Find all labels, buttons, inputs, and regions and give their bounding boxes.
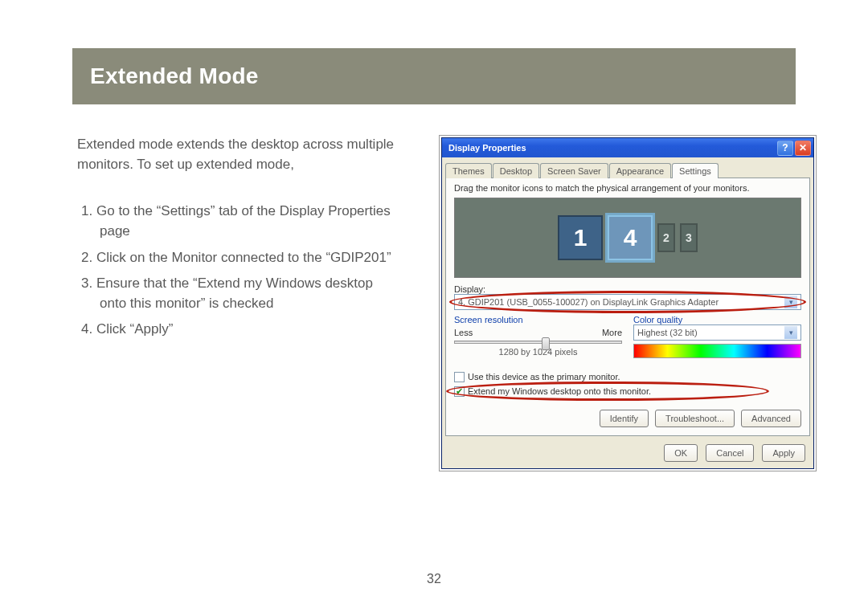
instruction-column: Extended mode extends the desktop across… bbox=[77, 135, 399, 346]
titlebar: Display Properties ? ✕ bbox=[442, 138, 813, 157]
display-select[interactable]: 4. GDIP201 (USB_0055-100027) on DisplayL… bbox=[454, 294, 801, 310]
display-select-value: 4. GDIP201 (USB_0055-100027) on DisplayL… bbox=[458, 297, 719, 307]
settings-panel: Drag the monitor icons to match the phys… bbox=[445, 178, 810, 436]
apply-button[interactable]: Apply bbox=[762, 444, 805, 462]
drag-hint: Drag the monitor icons to match the phys… bbox=[454, 183, 801, 193]
heading-banner: Extended Mode bbox=[72, 48, 796, 104]
tab-screen-saver[interactable]: Screen Saver bbox=[540, 163, 608, 178]
troubleshoot-button[interactable]: Troubleshoot... bbox=[655, 410, 735, 427]
identify-button[interactable]: Identify bbox=[600, 410, 649, 427]
step-3: Ensure that the “Extend my Windows deskt… bbox=[96, 274, 399, 313]
close-icon[interactable]: ✕ bbox=[795, 141, 811, 156]
page-title: Extended Mode bbox=[90, 63, 259, 89]
resolution-slider[interactable] bbox=[454, 341, 622, 344]
monitor-4[interactable]: 4 bbox=[608, 215, 653, 260]
steps-list: Go to the “Settings” tab of the Display … bbox=[77, 202, 399, 340]
color-quality-select[interactable]: Highest (32 bit) ▾ bbox=[633, 324, 801, 341]
color-quality-group: Color quality Highest (32 bit) ▾ bbox=[633, 315, 801, 358]
step-2: Click on the Monitor connected to the “G… bbox=[96, 248, 399, 268]
monitor-area[interactable]: 1 4 2 3 bbox=[454, 198, 801, 278]
tab-strip: Themes Desktop Screen Saver Appearance S… bbox=[442, 157, 813, 178]
chevron-down-icon: ▾ bbox=[784, 326, 797, 339]
display-label: Display: bbox=[454, 284, 801, 294]
extend-label: Extend my Windows desktop onto this moni… bbox=[468, 386, 651, 396]
resolution-value: 1280 by 1024 pixels bbox=[454, 347, 622, 357]
tab-settings[interactable]: Settings bbox=[672, 163, 719, 178]
window-title: Display Properties bbox=[448, 143, 776, 153]
chevron-down-icon: ▾ bbox=[784, 296, 797, 308]
monitor-2[interactable]: 2 bbox=[657, 223, 675, 252]
cancel-button[interactable]: Cancel bbox=[706, 444, 754, 462]
primary-label: Use this device as the primary monitor. bbox=[468, 372, 620, 382]
help-icon[interactable]: ? bbox=[777, 141, 793, 156]
tab-appearance[interactable]: Appearance bbox=[609, 163, 671, 178]
more-label: More bbox=[602, 328, 622, 337]
step-4: Click “Apply” bbox=[96, 320, 399, 340]
color-quality-value: Highest (32 bit) bbox=[637, 328, 698, 337]
color-spectrum bbox=[633, 344, 801, 358]
screen-res-label: Screen resolution bbox=[454, 315, 622, 324]
tab-desktop[interactable]: Desktop bbox=[493, 163, 539, 178]
advanced-button[interactable]: Advanced bbox=[741, 410, 801, 427]
page-number: 32 bbox=[0, 572, 868, 586]
ok-button[interactable]: OK bbox=[664, 444, 698, 462]
less-label: Less bbox=[454, 328, 473, 337]
screenshot-frame: Display Properties ? ✕ Themes Desktop Sc… bbox=[439, 135, 817, 471]
monitor-1[interactable]: 1 bbox=[558, 215, 603, 260]
extend-checkbox[interactable]: ✔ bbox=[454, 386, 465, 397]
intro-text: Extended mode extends the desktop across… bbox=[77, 135, 399, 174]
color-quality-label: Color quality bbox=[633, 315, 801, 324]
tab-themes[interactable]: Themes bbox=[445, 163, 492, 178]
display-properties-dialog: Display Properties ? ✕ Themes Desktop Sc… bbox=[441, 137, 814, 469]
monitor-3[interactable]: 3 bbox=[680, 223, 698, 252]
screen-resolution-group: Screen resolution Less More 1280 by 1024… bbox=[454, 315, 622, 358]
step-1: Go to the “Settings” tab of the Display … bbox=[96, 202, 399, 241]
primary-checkbox[interactable] bbox=[454, 372, 465, 382]
extend-monitor-row: ✔ Extend my Windows desktop onto this mo… bbox=[454, 384, 801, 398]
